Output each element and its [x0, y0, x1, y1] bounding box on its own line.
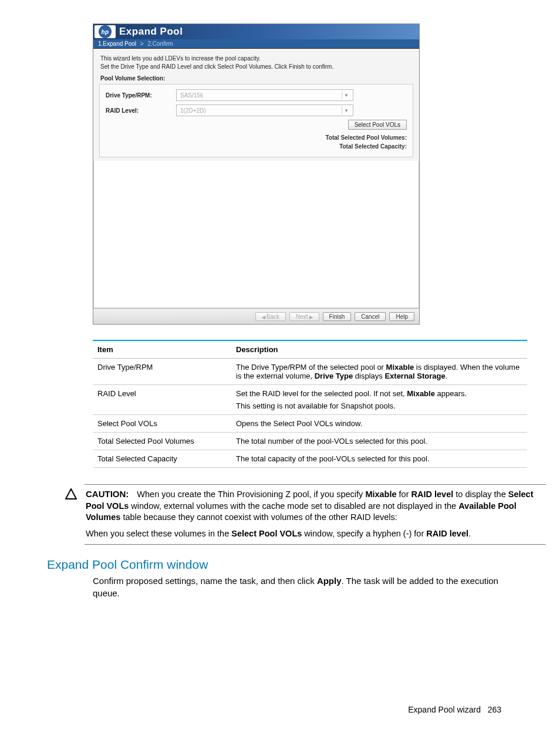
finish-button[interactable]: Finish: [323, 312, 352, 321]
help-button[interactable]: Help: [389, 312, 414, 321]
table-row: Total Selected Capacity The total capaci…: [93, 450, 527, 468]
chevron-down-icon: ▼: [342, 91, 350, 99]
item-cell: Select Pool VOLs: [93, 415, 231, 433]
drive-type-label: Drive Type/RPM:: [106, 92, 176, 99]
raid-level-dropdown[interactable]: 1(2D+2D) ▼: [176, 104, 353, 116]
step-separator: >: [140, 40, 144, 47]
raid-level-label: RAID Level:: [106, 107, 176, 114]
item-cell: RAID Level: [93, 385, 231, 415]
desc-cell: The Drive Type/RPM of the selected pool …: [231, 359, 527, 385]
hp-logo-icon: hp: [99, 25, 112, 38]
wizard-body: This wizard lets you add LDEVs to increa…: [93, 49, 419, 161]
triangle-right-icon: ▶: [309, 315, 313, 320]
section-heading: Expand Pool Confirm window: [47, 558, 531, 572]
col-item: Item: [93, 340, 231, 359]
intro-line-2: Set the Drive Type and RAID Level and cl…: [100, 63, 412, 71]
desc-cell: The total capacity of the pool-VOLs sele…: [231, 450, 527, 468]
chevron-down-icon: ▼: [342, 106, 350, 114]
item-cell: Drive Type/RPM: [93, 359, 231, 385]
page-number: 263: [488, 705, 501, 714]
description-table: Item Description Drive Type/RPM The Driv…: [93, 340, 527, 468]
wizard-step-2: 2.Confirm: [147, 40, 173, 47]
caution-block: CAUTION: When you create the Thin Provis…: [65, 484, 546, 545]
table-row: Total Selected Pool Volumes The total nu…: [93, 433, 527, 450]
select-pool-vols-button[interactable]: Select Pool VOLs: [348, 120, 407, 130]
wizard-titlebar: hp Expand Pool: [93, 24, 419, 39]
col-description: Description: [231, 340, 527, 359]
raid-level-value: 1(2D+2D): [180, 107, 206, 114]
wizard-steps: 1.Expand Pool > 2.Confirm: [93, 39, 419, 49]
total-selected-capacity-label: Total Selected Capacity:: [106, 142, 407, 151]
svg-marker-0: [66, 489, 76, 499]
hp-logo-wrap: hp: [95, 25, 116, 38]
intro-line-1: This wizard lets you add LDEVs to increa…: [100, 55, 412, 63]
drive-type-value: SAS/15k: [180, 92, 203, 99]
drive-type-dropdown[interactable]: SAS/15k ▼: [176, 89, 353, 101]
triangle-left-icon: ◀: [262, 315, 265, 320]
cancel-button[interactable]: Cancel: [355, 312, 386, 321]
caution-icon: [65, 488, 77, 501]
caution-label: CAUTION:: [86, 489, 129, 499]
wizard-empty-area: [93, 161, 419, 308]
wizard-footer: ◀Back Next▶ Finish Cancel Help: [93, 308, 419, 324]
desc-cell: Opens the Select Pool VOLs window.: [231, 415, 527, 433]
back-button[interactable]: ◀Back: [255, 312, 286, 321]
wizard-title: Expand Pool: [119, 26, 183, 38]
table-row: Drive Type/RPM The Drive Type/RPM of the…: [93, 359, 527, 385]
desc-cell: The total number of the pool-VOLs select…: [231, 433, 527, 450]
wizard-step-1: 1.Expand Pool: [98, 40, 136, 47]
item-cell: Total Selected Capacity: [93, 450, 231, 468]
page-footer: Expand Pool wizard 263: [47, 705, 531, 714]
desc-cell: Set the RAID level for the selected pool…: [231, 385, 527, 415]
footer-label: Expand Pool wizard: [408, 705, 481, 714]
next-button[interactable]: Next▶: [289, 312, 319, 321]
item-cell: Total Selected Pool Volumes: [93, 433, 231, 450]
total-selected-volumes-label: Total Selected Pool Volumes:: [106, 133, 407, 142]
expand-pool-wizard: hp Expand Pool 1.Expand Pool > 2.Confirm…: [93, 23, 420, 325]
table-row: RAID Level Set the RAID level for the se…: [93, 385, 527, 415]
wizard-intro: This wizard lets you add LDEVs to increa…: [100, 55, 412, 70]
section-body: Confirm proposed settings, name the task…: [93, 575, 527, 599]
table-row: Select Pool VOLs Opens the Select Pool V…: [93, 415, 527, 433]
pool-volume-section: Drive Type/RPM: SAS/15k ▼ RAID Level: 1(…: [99, 84, 413, 157]
pool-volume-section-label: Pool Volume Selection:: [100, 75, 412, 82]
